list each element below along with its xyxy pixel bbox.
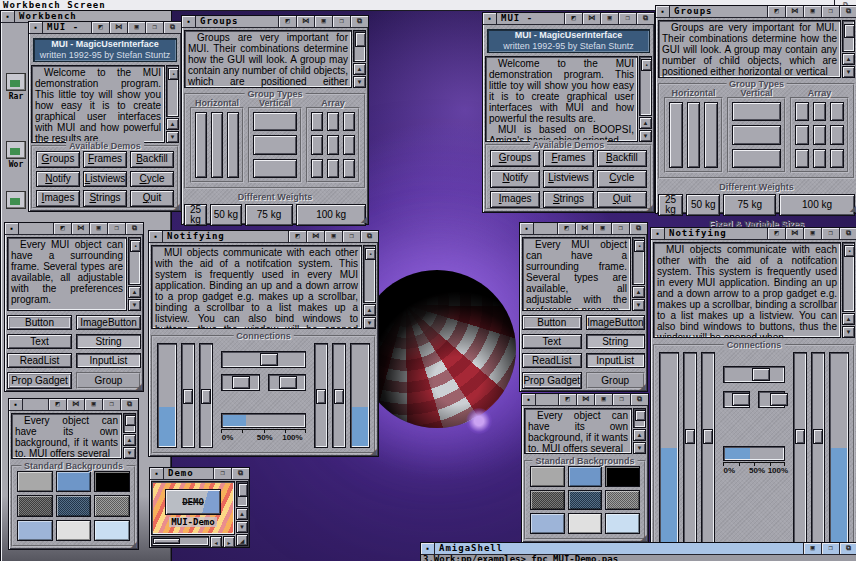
close-gadget[interactable]: ▪ (483, 13, 497, 24)
scrollbar[interactable]: ▪ ▲ ▼ (632, 237, 645, 311)
scrollbar[interactable]: ▲ ▼ (123, 413, 136, 459)
scrollbar[interactable]: ▲ ▼ (353, 30, 366, 88)
button-50kg[interactable]: 50 kg (210, 204, 242, 226)
zoom-gadget[interactable]: ❐ (102, 399, 120, 410)
resize-gadget[interactable]: ◢ (850, 204, 856, 213)
button-strings[interactable]: Strings (543, 191, 593, 208)
button-100kg[interactable]: 100 kg (779, 194, 855, 216)
prop-knob[interactable] (201, 389, 211, 404)
close-gadget[interactable]: ▪ (9, 399, 23, 410)
scrollbar-knob[interactable] (635, 410, 646, 421)
scroll-down-icon[interactable]: ▼ (633, 442, 646, 454)
scrollbar[interactable]: ▲ ▼ (842, 20, 855, 78)
prop-gadget-vertical[interactable] (350, 343, 370, 448)
prop-gadget-vertical[interactable] (811, 352, 825, 554)
depth-gadget[interactable]: ⧉ (231, 468, 249, 479)
snapshot-gadget[interactable]: ⋈ (296, 16, 314, 27)
scroll-up-icon[interactable]: ▲ (633, 429, 646, 441)
swatch-dark-dither[interactable] (17, 495, 53, 516)
frame-inputlist[interactable]: InputList (586, 353, 646, 368)
iconify-gadget[interactable]: ▣ (84, 399, 102, 410)
scrollbar-track[interactable]: ▪ (363, 245, 376, 303)
button-images[interactable]: Images (490, 191, 540, 208)
depth-gadget[interactable]: ⧉ (839, 6, 856, 17)
iconify-gadget[interactable]: ▣ (803, 228, 821, 239)
titlebar[interactable]: ▪ Notifying ◩ ⋈ ▣ ❐ ⧉ (651, 228, 856, 240)
scrollbar-track[interactable] (633, 408, 646, 428)
prop-gadget-vertical[interactable] (701, 352, 715, 554)
slider-knob[interactable] (770, 393, 788, 406)
slider-horizontal[interactable] (268, 374, 307, 391)
snapshot-gadget[interactable]: ⋈ (71, 223, 89, 234)
close-gadget[interactable]: ▪ (522, 394, 536, 405)
swatch-navy-dither[interactable] (568, 490, 603, 511)
scroll-down-icon[interactable]: ▼ (353, 76, 366, 88)
mui-gadget[interactable]: ◩ (558, 394, 576, 405)
button-listviews[interactable]: Listviews (543, 170, 593, 187)
zoom-gadget[interactable]: ❐ (342, 231, 360, 242)
prop-gadget-vertical[interactable] (199, 343, 213, 448)
depth-gadget[interactable]: ⧉ (120, 399, 138, 410)
scrollbar[interactable]: ▪ ▲ ▼ (166, 65, 179, 143)
slider-horizontal[interactable] (758, 391, 785, 408)
titlebar[interactable]: ▪ Demo ❐ ⧉ (150, 468, 249, 480)
scroll-up-icon[interactable]: ▲ (842, 53, 855, 65)
prop-knob[interactable] (795, 429, 805, 444)
vscroll-knob[interactable] (238, 483, 248, 497)
scroll-up-icon[interactable]: ▲ (632, 286, 645, 298)
zoom-gadget[interactable]: ❐ (821, 543, 839, 554)
snapshot-gadget[interactable]: ⋈ (785, 6, 803, 17)
zoom-gadget[interactable]: ❐ (611, 223, 629, 234)
close-gadget[interactable]: ▪ (656, 6, 670, 17)
icon-drawer[interactable] (3, 191, 29, 209)
button-backfill[interactable]: Backfill (130, 151, 174, 168)
snapshot-gadget[interactable]: ⋈ (582, 13, 600, 24)
titlebar[interactable]: ▪ ◩ ⋈ ▣ ❐ ⧉ (9, 399, 138, 411)
iconify-gadget[interactable]: ▣ (127, 22, 145, 33)
frame-button[interactable]: Button (7, 315, 72, 330)
vertical-scrollbar[interactable]: ▲ ▼ ◢ (236, 481, 248, 546)
depth-gadget[interactable]: ⧉ (350, 16, 368, 27)
scroll-up-icon[interactable]: ▲ (353, 63, 366, 75)
scrollbar[interactable]: ▪ ▲ ▼ (363, 245, 376, 329)
button-listviews[interactable]: Listviews (83, 171, 127, 188)
iconify-gadget[interactable]: ▣ (324, 231, 342, 242)
scrollbar-knob[interactable]: ▪ (634, 240, 645, 252)
prop-gadget-vertical[interactable] (314, 343, 328, 448)
scroll-down-icon[interactable]: ▼ (123, 447, 136, 459)
scroll-up-icon[interactable]: ▲ (166, 118, 179, 130)
prop-gadget-vertical[interactable] (793, 352, 807, 554)
button-images[interactable]: Images (36, 190, 80, 207)
depth-gadget[interactable]: ⧉ (636, 13, 654, 24)
close-gadget[interactable]: ▪ (421, 543, 435, 554)
shell-prompt[interactable]: 3.Work:pp/examples> fpc MUI-Demo.pas (421, 555, 856, 561)
slider-knob[interactable] (732, 393, 750, 406)
iconify-gadget[interactable]: ▣ (89, 223, 107, 234)
mui-gadget[interactable]: ◩ (557, 223, 575, 234)
horizontal-scrollbar[interactable]: ◂ ▸ (151, 536, 235, 546)
scrollbar[interactable]: ▲ ▼ (633, 408, 646, 454)
close-gadget[interactable]: ▪ (520, 223, 534, 234)
swatch-dark-dither[interactable] (530, 490, 565, 511)
swatch-steel[interactable] (17, 520, 53, 541)
scrollbar-knob[interactable]: ▪ (844, 245, 855, 257)
swatch-gray[interactable] (17, 471, 53, 492)
depth-gadget[interactable]: ⧉ (163, 22, 181, 33)
resize-gadget[interactable]: ◢ (136, 382, 142, 391)
snapshot-gadget[interactable]: ⋈ (306, 231, 324, 242)
mui-gadget[interactable]: ◩ (767, 228, 785, 239)
scrollbar-track[interactable]: ▪ (166, 65, 179, 117)
scrollbar-track[interactable]: ▪ (632, 237, 645, 285)
scroll-down-icon[interactable]: ▼ (363, 317, 376, 329)
prop-gadget-vertical[interactable] (829, 352, 849, 554)
titlebar[interactable]: ▪ Notifying ◩ ⋈ ▣ ❐ ⧉ (149, 231, 378, 243)
prop-knob[interactable] (334, 389, 344, 404)
scrollbar-knob[interactable] (125, 415, 136, 426)
button-75kg[interactable]: 75 kg (245, 204, 294, 226)
frame-imagebutton[interactable]: ImageButton (76, 315, 141, 330)
snapshot-gadget[interactable]: ⋈ (575, 223, 593, 234)
mui-gadget[interactable]: ◩ (53, 223, 71, 234)
scrollbar-track[interactable]: ▪ (128, 237, 141, 285)
resize-gadget[interactable]: ◢ (236, 534, 248, 546)
scrollbar-track[interactable]: ▪ (842, 242, 855, 312)
